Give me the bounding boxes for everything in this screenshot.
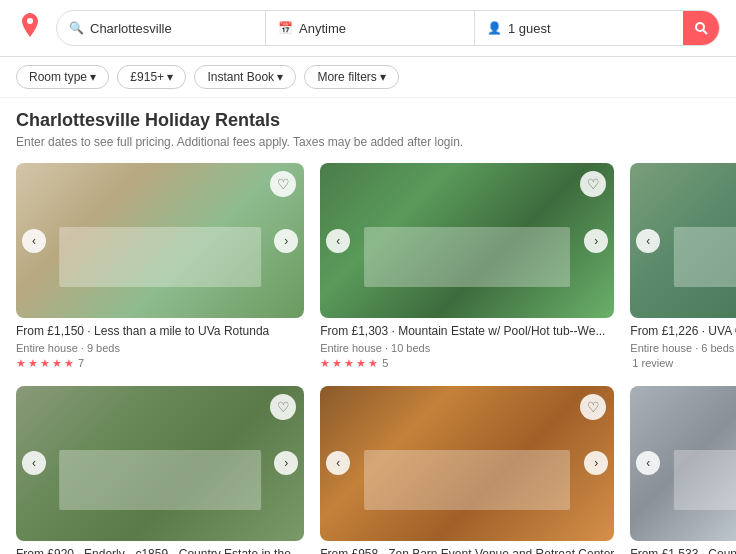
house-body [674, 227, 736, 287]
prev-image-button[interactable]: ‹ [326, 451, 350, 475]
house-shape [59, 202, 261, 287]
listing-title: From £958 · Zen Barn Event Venue and Ret… [320, 547, 614, 554]
airbnb-logo [16, 11, 44, 45]
listing-title: From £1,226 · UVA Graduation Weekend [630, 324, 736, 340]
house-shape [364, 424, 570, 509]
star-full: ★ [356, 357, 366, 370]
house-shape [59, 424, 261, 509]
page-title: Charlottesville Holiday Rentals [16, 110, 720, 131]
listing-card[interactable]: ♡ ‹ › From £958 · Zen Barn Event Venue a… [320, 386, 614, 554]
listing-image-wrap: ♡ ‹ › [630, 163, 736, 318]
listing-card[interactable]: ♡ ‹ › From £920 · Enderly - c1859 - Coun… [16, 386, 304, 554]
location-value: Charlottesville [90, 21, 172, 36]
search-bar: 🔍 Charlottesville 📅 Anytime 👤 1 guest [56, 10, 720, 46]
listings-grid: ♡ ‹ › From £1,150 · Less than a mile to … [16, 163, 720, 554]
listing-title: From £1,303 · Mountain Estate w/ Pool/Ho… [320, 324, 614, 340]
listing-image [16, 386, 304, 541]
svg-line-1 [703, 30, 707, 34]
location-icon: 🔍 [69, 21, 84, 35]
house-body [674, 450, 736, 510]
person-icon: 👤 [487, 21, 502, 35]
listing-subtitle: Entire house · 9 beds [16, 342, 304, 354]
listing-title: From £1,533 · Country Estate by UVA Pare… [630, 547, 736, 554]
price-filter[interactable]: £915+ ▾ [117, 65, 186, 89]
listing-image-wrap: ♡ ‹ › [320, 386, 614, 541]
listing-card[interactable]: ♡ ‹ › From £1,226 · UVA Graduation Weeke… [630, 163, 736, 370]
house-body [59, 450, 261, 510]
next-image-button[interactable]: › [584, 229, 608, 253]
listing-card[interactable]: ♡ ‹ › From £1,533 · Country Estate by UV… [630, 386, 736, 554]
star-full: ★ [368, 357, 378, 370]
stars-row: 1 review [630, 357, 736, 369]
stars-row: ★★★★★5 [320, 357, 614, 370]
house-shape [674, 424, 736, 509]
house-shape [674, 202, 736, 287]
listing-card[interactable]: ♡ ‹ › From £1,303 · Mountain Estate w/ P… [320, 163, 614, 370]
review-count: 1 review [632, 357, 673, 369]
date-field[interactable]: 📅 Anytime [266, 11, 475, 45]
date-value: Anytime [299, 21, 346, 36]
prev-image-button[interactable]: ‹ [326, 229, 350, 253]
house-body [59, 227, 261, 287]
next-image-button[interactable]: › [274, 229, 298, 253]
guests-field[interactable]: 👤 1 guest [475, 11, 683, 45]
listing-image-wrap: ♡ ‹ › [630, 386, 736, 541]
house-body [364, 227, 570, 287]
wishlist-button[interactable]: ♡ [580, 394, 606, 420]
calendar-icon: 📅 [278, 21, 293, 35]
listing-image [16, 163, 304, 318]
wishlist-button[interactable]: ♡ [270, 171, 296, 197]
listing-subtitle: Entire house · 10 beds [320, 342, 614, 354]
star-full: ★ [344, 357, 354, 370]
star-full: ★ [320, 357, 330, 370]
star-half: ★ [64, 357, 74, 370]
listing-image [320, 163, 614, 318]
stars-row: ★★★★★7 [16, 357, 304, 370]
wishlist-button[interactable]: ♡ [270, 394, 296, 420]
listing-image-wrap: ♡ ‹ › [16, 386, 304, 541]
listing-card[interactable]: ♡ ‹ › From £1,150 · Less than a mile to … [16, 163, 304, 370]
star-full: ★ [52, 357, 62, 370]
star-full: ★ [332, 357, 342, 370]
location-field[interactable]: 🔍 Charlottesville [57, 11, 266, 45]
page-subtitle: Enter dates to see full pricing. Additio… [16, 135, 720, 149]
listing-title: From £920 · Enderly - c1859 - Country Es… [16, 547, 304, 554]
next-image-button[interactable]: › [274, 451, 298, 475]
star-full: ★ [16, 357, 26, 370]
svg-point-0 [696, 23, 704, 31]
guests-value: 1 guest [508, 21, 551, 36]
star-full: ★ [40, 357, 50, 370]
more-filters-filter[interactable]: More filters ▾ [304, 65, 399, 89]
prev-image-button[interactable]: ‹ [22, 229, 46, 253]
room-type-filter[interactable]: Room type ▾ [16, 65, 109, 89]
star-full: ★ [28, 357, 38, 370]
review-count: 5 [382, 357, 388, 369]
review-count: 7 [78, 357, 84, 369]
next-image-button[interactable]: › [584, 451, 608, 475]
listing-subtitle: Entire house · 6 beds [630, 342, 736, 354]
main-content: Charlottesville Holiday Rentals Enter da… [0, 98, 736, 554]
house-body [364, 450, 570, 510]
search-button[interactable] [683, 10, 719, 46]
listing-image-wrap: ♡ ‹ › [16, 163, 304, 318]
listing-image [320, 386, 614, 541]
instant-book-filter[interactable]: Instant Book ▾ [194, 65, 296, 89]
prev-image-button[interactable]: ‹ [636, 451, 660, 475]
header: 🔍 Charlottesville 📅 Anytime 👤 1 guest [0, 0, 736, 57]
listing-title: From £1,150 · Less than a mile to UVa Ro… [16, 324, 304, 340]
house-shape [364, 202, 570, 287]
listing-image-wrap: ♡ ‹ › [320, 163, 614, 318]
prev-image-button[interactable]: ‹ [22, 451, 46, 475]
prev-image-button[interactable]: ‹ [636, 229, 660, 253]
filters-bar: Room type ▾ £915+ ▾ Instant Book ▾ More … [0, 57, 736, 98]
